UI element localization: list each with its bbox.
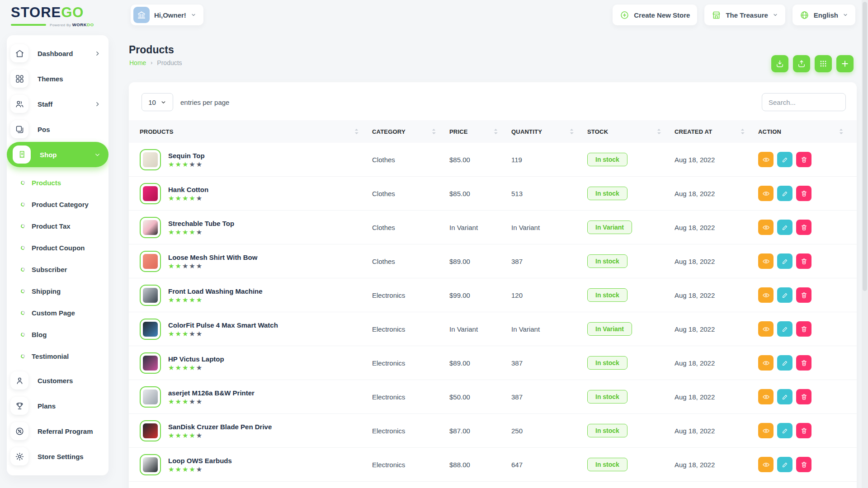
product-name[interactable]: Loose Mesh Shirt With Bow	[168, 253, 257, 261]
product-name[interactable]: Sequin Top	[168, 152, 205, 160]
store-selector[interactable]: The Treasure	[704, 5, 785, 25]
breadcrumb-home-link[interactable]: Home	[129, 59, 146, 66]
sidebar-item-pos[interactable]: Pos	[7, 117, 108, 142]
sidebar-subitem-custom-page[interactable]: Custom Page	[7, 302, 108, 324]
language-selector[interactable]: English	[793, 5, 855, 25]
column-header-action[interactable]: ACTION	[758, 128, 857, 135]
product-thumbnail[interactable]	[140, 352, 161, 374]
delete-button[interactable]	[796, 423, 811, 438]
column-header-stock[interactable]: STOCK	[587, 128, 675, 135]
delete-button[interactable]	[796, 457, 811, 472]
create-new-store-button[interactable]: Create New Store	[613, 5, 697, 25]
product-thumbnail[interactable]	[140, 285, 161, 306]
delete-button[interactable]	[796, 321, 811, 337]
product-thumbnail[interactable]	[140, 319, 161, 340]
product-thumbnail[interactable]	[140, 454, 161, 475]
sidebar-subitem-testimonial[interactable]: Testimonial	[7, 345, 108, 367]
entries-per-page-select[interactable]: 10	[142, 93, 173, 111]
edit-button[interactable]	[777, 355, 793, 371]
edit-button[interactable]	[777, 321, 793, 337]
add-product-button[interactable]	[836, 55, 854, 72]
column-header-price[interactable]: PRICE	[449, 128, 511, 135]
storego-logo[interactable]: STOREGO Powered By WORKDO	[11, 5, 101, 27]
chevron-down-icon	[160, 99, 166, 105]
sidebar-subitem-blog[interactable]: Blog	[7, 324, 108, 345]
sidebar-subitem-product-tax[interactable]: Product Tax	[7, 215, 108, 237]
delete-button[interactable]	[796, 253, 811, 269]
view-button[interactable]	[758, 287, 774, 303]
view-button[interactable]	[758, 220, 774, 235]
delete-button[interactable]	[796, 152, 811, 167]
product-thumbnail[interactable]	[140, 183, 161, 204]
sidebar-item-customers[interactable]: Customers	[7, 368, 108, 393]
view-button[interactable]	[758, 423, 774, 438]
view-button[interactable]	[758, 457, 774, 472]
delete-button[interactable]	[796, 186, 811, 201]
view-button[interactable]	[758, 389, 774, 404]
grid-view-button[interactable]	[815, 55, 832, 72]
eye-icon	[762, 359, 770, 367]
edit-button[interactable]	[777, 287, 793, 303]
edit-button[interactable]	[777, 186, 793, 201]
sort-icon[interactable]	[741, 128, 745, 135]
edit-button[interactable]	[777, 220, 793, 235]
delete-button[interactable]	[796, 355, 811, 371]
column-header-category[interactable]: CATEGORY	[372, 128, 449, 135]
product-name[interactable]: ColorFit Pulse 4 Max Smart Watch	[168, 321, 278, 329]
page-scrollbar[interactable]	[862, 0, 868, 488]
sort-icon[interactable]	[839, 128, 843, 135]
sidebar-item-referral-program[interactable]: Referral Program	[7, 418, 108, 444]
sort-icon[interactable]	[657, 128, 661, 135]
sidebar-subitem-shipping[interactable]: Shipping	[7, 280, 108, 302]
product-thumbnail[interactable]	[140, 420, 161, 441]
sort-icon[interactable]	[494, 128, 498, 135]
edit-button[interactable]	[777, 152, 793, 167]
column-header-quantity[interactable]: QUANTITY	[511, 128, 587, 135]
export-download-button[interactable]	[771, 55, 788, 72]
sidebar-subitem-product-coupon[interactable]: Product Coupon	[7, 237, 108, 258]
sidebar-item-shop[interactable]: Shop	[7, 142, 108, 167]
column-header-created-at[interactable]: CREATED AT	[675, 128, 758, 135]
sort-icon[interactable]	[354, 128, 359, 135]
edit-button[interactable]	[777, 389, 793, 404]
user-menu[interactable]: Hi,Owner!	[131, 5, 203, 25]
product-name[interactable]: Loop OWS Earbuds	[168, 457, 232, 465]
sidebar-item-staff[interactable]: Staff	[7, 91, 108, 117]
product-name[interactable]: aserjet M126a B&W Printer	[168, 389, 255, 397]
import-upload-button[interactable]	[793, 55, 810, 72]
product-name[interactable]: Hank Cotton	[168, 186, 208, 193]
sort-icon[interactable]	[432, 128, 436, 135]
sidebar-subitem-products[interactable]: Products	[7, 172, 108, 193]
edit-button[interactable]	[777, 253, 793, 269]
sidebar-item-store-settings[interactable]: Store Settings	[7, 444, 108, 469]
view-button[interactable]	[758, 355, 774, 371]
product-name[interactable]: SanDisk Cruzer Blade Pen Drive	[168, 423, 272, 431]
edit-button[interactable]	[777, 423, 793, 438]
column-header-products[interactable]: PRODUCTS	[129, 128, 372, 135]
view-button[interactable]	[758, 186, 774, 201]
view-button[interactable]	[758, 253, 774, 269]
view-button[interactable]	[758, 321, 774, 337]
product-category: Clothes	[372, 224, 449, 231]
delete-button[interactable]	[796, 220, 811, 235]
sidebar-item-dashboard[interactable]: Dashboard	[7, 41, 108, 66]
product-thumbnail[interactable]	[140, 386, 161, 408]
delete-button[interactable]	[796, 389, 811, 404]
edit-button[interactable]	[777, 457, 793, 472]
product-thumbnail[interactable]	[140, 217, 161, 238]
scrollbar-thumb[interactable]	[863, 2, 867, 291]
sort-icon[interactable]	[570, 128, 574, 135]
delete-button[interactable]	[796, 287, 811, 303]
product-name[interactable]: HP Victus Laptop	[168, 355, 224, 363]
search-input[interactable]	[762, 93, 846, 111]
chevron-right-icon	[94, 51, 100, 56]
sidebar-subitem-subscriber[interactable]: Subscriber	[7, 258, 108, 280]
sidebar-subitem-product-category[interactable]: Product Category	[7, 193, 108, 215]
view-button[interactable]	[758, 152, 774, 167]
product-name[interactable]: Front Load Washing Machine	[168, 287, 263, 295]
product-thumbnail[interactable]	[140, 149, 161, 170]
sidebar-item-themes[interactable]: Themes	[7, 66, 108, 91]
sidebar-item-plans[interactable]: Plans	[7, 393, 108, 418]
product-thumbnail[interactable]	[140, 251, 161, 272]
product-name[interactable]: Strechable Tube Top	[168, 220, 234, 227]
